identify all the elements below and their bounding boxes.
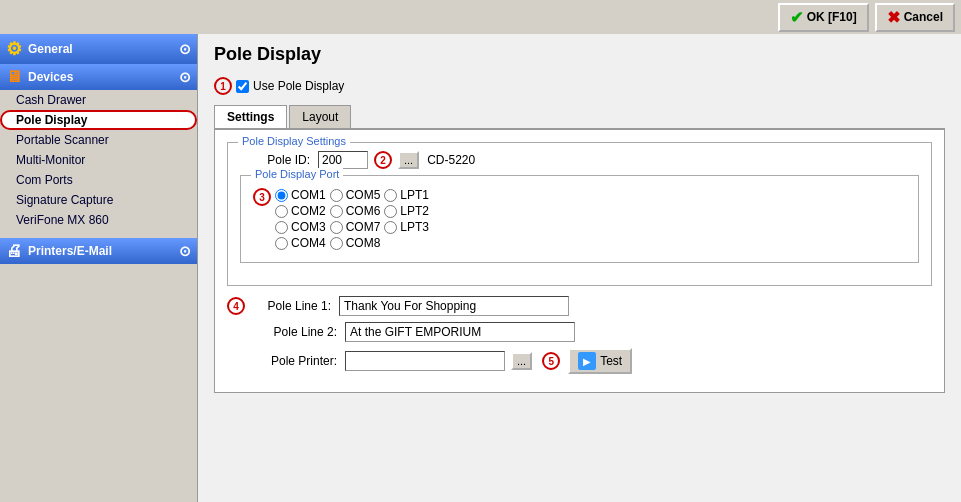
pole-printer-input[interactable]: [345, 351, 505, 371]
radio-lpt1[interactable]: LPT1: [384, 188, 435, 202]
printers-icon: 🖨: [6, 242, 22, 260]
radio-com1[interactable]: COM1: [275, 188, 326, 202]
test-icon: ▶: [578, 352, 596, 370]
pole-printer-browse-button[interactable]: ...: [511, 352, 532, 370]
use-pole-display-checkbox[interactable]: [236, 80, 249, 93]
devices-collapse-icon: ⊙: [179, 69, 191, 85]
radio-com6[interactable]: COM6: [330, 204, 381, 218]
pole-display-settings-group: Pole Display Settings Pole ID: 2 ... CD-…: [227, 142, 932, 286]
sidebar-section-printers[interactable]: 🖨 Printers/E-Mail ⊙: [0, 238, 197, 264]
pole-printer-input-group: ... 5 ▶ Test: [345, 348, 632, 374]
pole-id-row: Pole ID: 2 ... CD-5220: [240, 151, 919, 169]
step5-badge: 5: [542, 352, 560, 370]
general-icon: ⚙: [6, 38, 22, 60]
radio-com8[interactable]: COM8: [330, 236, 381, 250]
step3-badge: 3: [253, 188, 271, 206]
pole-line1-row: 4 Pole Line 1:: [227, 296, 932, 316]
sidebar-item-signature-capture[interactable]: Signature Capture: [0, 190, 197, 210]
radio-com3[interactable]: COM3: [275, 220, 326, 234]
ok-label: OK [F10]: [807, 10, 857, 24]
radio-lpt2[interactable]: LPT2: [384, 204, 435, 218]
port-radio-grid: COM1 COM5 LPT1 COM2 COM6 LPT2 COM3 COM7 …: [275, 188, 435, 250]
pole-line2-row: Pole Line 2:: [227, 322, 932, 342]
pole-id-label: Pole ID:: [240, 153, 310, 167]
pole-line1-label: Pole Line 1:: [251, 299, 331, 313]
test-button[interactable]: ▶ Test: [568, 348, 632, 374]
group-title: Pole Display Settings: [238, 135, 350, 147]
devices-icon: 🖥: [6, 68, 22, 86]
use-pole-display-row: 1 Use Pole Display: [214, 77, 945, 95]
content-area: Pole Display 1 Use Pole Display Settings…: [198, 34, 961, 502]
radio-com2[interactable]: COM2: [275, 204, 326, 218]
pole-id-browse-button[interactable]: ...: [398, 151, 419, 169]
ok-button[interactable]: ✔ OK [F10]: [778, 3, 869, 32]
radio-com5[interactable]: COM5: [330, 188, 381, 202]
devices-header-label: Devices: [28, 70, 73, 84]
port-group-title: Pole Display Port: [251, 168, 343, 180]
radio-com4[interactable]: COM4: [275, 236, 326, 250]
sidebar-section-devices[interactable]: 🖥 Devices ⊙: [0, 64, 197, 90]
cancel-icon: ✖: [887, 8, 900, 27]
pole-id-input[interactable]: [318, 151, 368, 169]
use-pole-display-label: Use Pole Display: [253, 79, 344, 93]
sidebar-section-general[interactable]: ⚙ General ⊙: [0, 34, 197, 64]
pole-line2-input[interactable]: [345, 322, 575, 342]
step4-badge: 4: [227, 297, 245, 315]
radio-com7[interactable]: COM7: [330, 220, 381, 234]
sidebar-item-cash-drawer[interactable]: Cash Drawer: [0, 90, 197, 110]
main-layout: ⚙ General ⊙ 🖥 Devices ⊙ Cash Drawer Pole…: [0, 34, 961, 502]
page-title: Pole Display: [214, 44, 321, 69]
top-bar: ✔ OK [F10] ✖ Cancel: [0, 0, 961, 34]
tabs-row: Settings Layout: [214, 105, 945, 129]
port-group: Pole Display Port 3 COM1 COM5 LPT1 COM2 …: [240, 175, 919, 263]
general-collapse-icon: ⊙: [179, 41, 191, 57]
pole-printer-row: Pole Printer: ... 5 ▶ Test: [227, 348, 932, 374]
sidebar-item-com-ports[interactable]: Com Ports: [0, 170, 197, 190]
sidebar-item-verifone-mx860[interactable]: VeriFone MX 860: [0, 210, 197, 230]
general-header-label: General: [28, 42, 73, 56]
step2-badge: 2: [374, 151, 392, 169]
sidebar: ⚙ General ⊙ 🖥 Devices ⊙ Cash Drawer Pole…: [0, 34, 198, 502]
step1-badge: 1: [214, 77, 232, 95]
pole-line2-label: Pole Line 2:: [257, 325, 337, 339]
test-label: Test: [600, 354, 622, 368]
tab-layout[interactable]: Layout: [289, 105, 351, 128]
sidebar-item-multi-monitor[interactable]: Multi-Monitor: [0, 150, 197, 170]
cancel-button[interactable]: ✖ Cancel: [875, 3, 955, 32]
settings-panel: Pole Display Settings Pole ID: 2 ... CD-…: [214, 129, 945, 393]
printers-header-label: Printers/E-Mail: [28, 244, 112, 258]
sidebar-item-pole-display[interactable]: Pole Display: [0, 110, 197, 130]
ok-icon: ✔: [790, 8, 803, 27]
cancel-label: Cancel: [904, 10, 943, 24]
sidebar-item-portable-scanner[interactable]: Portable Scanner: [0, 130, 197, 150]
pole-line1-input[interactable]: [339, 296, 569, 316]
printers-collapse-icon: ⊙: [179, 243, 191, 259]
radio-lpt3[interactable]: LPT3: [384, 220, 435, 234]
tab-settings[interactable]: Settings: [214, 105, 287, 128]
pole-printer-label: Pole Printer:: [257, 354, 337, 368]
pole-model-label: CD-5220: [427, 153, 475, 167]
